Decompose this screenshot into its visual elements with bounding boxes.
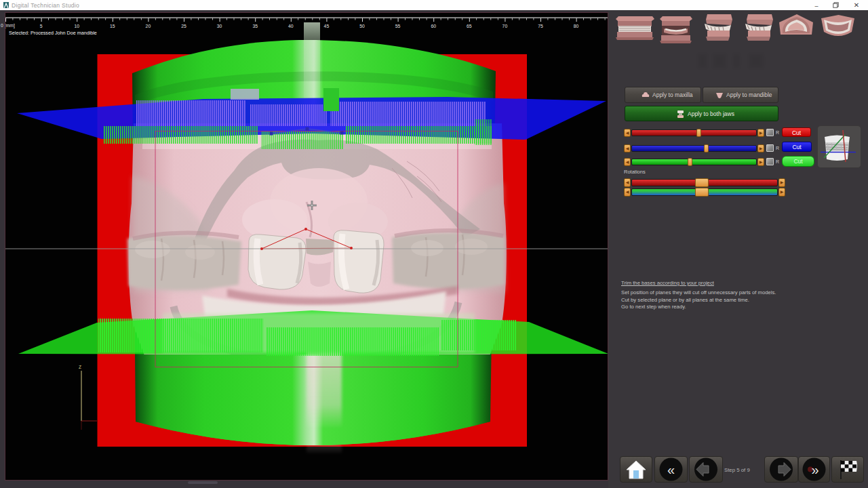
svg-text:»: » [811, 462, 818, 477]
svg-text:«: « [667, 462, 675, 477]
